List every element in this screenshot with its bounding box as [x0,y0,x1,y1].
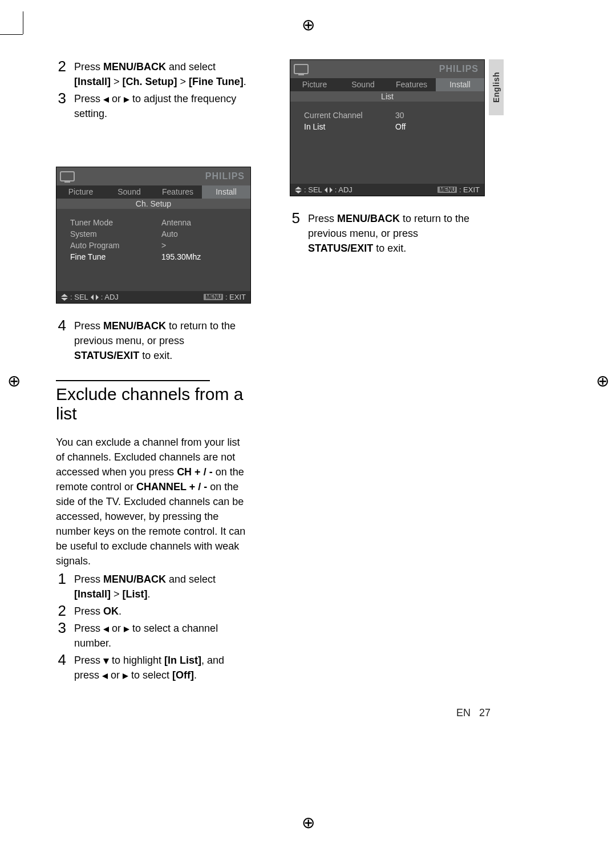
osd-tab-active: Install [436,78,484,91]
triangle-updown-icon [295,187,302,193]
step-item: 4 Press to highlight [In List], and pres… [56,653,250,683]
tv-icon [60,170,76,183]
osd-tab: Picture [56,185,105,199]
osd-header: PHILIPS [56,167,250,185]
triangle-leftright-icon [91,294,99,300]
step-body: Press OK. [74,604,250,619]
triangle-left-icon [103,97,109,103]
osd-row: Tuner ModeAntenna [70,217,250,228]
triangle-right-icon [124,627,129,632]
osd-row-highlight: In ListOff [304,121,484,132]
osd-body: Tuner ModeAntenna SystemAuto Auto Progra… [56,209,250,291]
step-item: 1 Press MENU/BACK and select [Install] >… [56,572,250,601]
step-item: 4 Press MENU/BACK to return to the previ… [56,318,250,363]
osd-subtitle: List [290,91,484,102]
triangle-left-icon [102,673,108,679]
step-number: 4 [56,653,66,683]
osd-row: Current Channel30 [304,110,484,121]
osd-row-highlight: Fine Tune195.30Mhz [70,251,250,263]
step-number: 5 [290,211,300,256]
osd-tab: Picture [290,78,339,91]
svg-marker-18 [330,187,333,193]
step-item: 3 Press or to adjust the frequency setti… [56,91,250,121]
svg-marker-12 [123,673,128,679]
svg-marker-16 [295,191,302,193]
osd-body: Current Channel30 In ListOff [290,102,484,184]
step-body: Press MENU/BACK and select [Install] > [… [74,59,250,89]
svg-rect-13 [294,64,308,74]
osd-tab-active: Install [202,185,250,199]
crop-mark [0,34,23,35]
svg-marker-9 [124,627,129,632]
step-number: 4 [56,318,66,363]
osd-tab: Features [153,185,202,199]
osd-brand-label: PHILIPS [205,171,245,181]
osd-brand-label: PHILIPS [439,64,479,74]
footer-lang: EN [456,707,471,718]
svg-marker-11 [102,673,108,679]
svg-marker-5 [61,298,68,301]
triangle-right-icon [124,97,129,103]
step-list-finetune-return: 4 Press MENU/BACK to return to the previ… [56,318,250,363]
step-number: 1 [56,572,66,601]
osd-footer: : SEL : ADJ MENU : EXIT [290,184,484,196]
registration-mark-icon: ⊕ [300,17,316,33]
osd-tabs: Picture Sound Features Install [56,185,250,199]
osd-screenshot-list: PHILIPS Picture Sound Features Install L… [290,59,485,196]
triangle-right-icon [123,673,128,679]
section-paragraph: You can exclude a channel from your list… [56,435,250,568]
step-list-exclude: 1 Press MENU/BACK and select [Install] >… [56,572,250,683]
osd-screenshot-chsetup: PHILIPS Picture Sound Features Install C… [56,167,251,304]
crop-mark [23,11,23,34]
triangle-left-icon [103,627,109,632]
step-item: 5 Press MENU/BACK to return to the previ… [290,211,484,256]
osd-row: SystemAuto [70,228,250,240]
registration-mark-icon: ⊕ [594,373,610,389]
step-number: 2 [56,604,66,619]
menu-box-icon: MENU [204,294,222,300]
tv-icon [294,63,310,75]
section-heading: Exclude channels from a list [56,385,250,423]
triangle-down-icon [103,659,109,664]
osd-footer: : SEL : ADJ MENU : EXIT [56,291,250,303]
registration-mark-icon: ⊕ [6,373,22,389]
step-body: Press MENU/BACK and select [Install] > [… [74,572,250,601]
step-body: Press or to select a channel number. [74,621,250,651]
page-footer: EN 27 [456,707,491,719]
language-tab: English [489,59,504,115]
menu-box-icon: MENU [437,187,456,193]
osd-tabs: Picture Sound Features Install [290,78,484,91]
step-number: 3 [56,621,66,651]
osd-row: Auto Program> [70,240,250,251]
osd-tab: Features [387,78,436,91]
svg-rect-14 [298,74,304,75]
language-tab-label: English [492,72,501,103]
osd-header: PHILIPS [290,60,484,78]
osd-tab: Sound [339,78,387,91]
svg-marker-17 [325,187,327,193]
step-number: 2 [56,59,66,89]
svg-marker-7 [96,294,99,300]
triangle-leftright-icon [325,187,333,193]
svg-marker-8 [103,627,109,632]
svg-marker-4 [61,294,68,297]
step-item: 2 Press OK. [56,604,250,619]
svg-rect-2 [60,172,74,181]
step-item: 2 Press MENU/BACK and select [Install] >… [56,59,250,89]
osd-subtitle: Ch. Setup [56,199,250,209]
step-list-exclude-return: 5 Press MENU/BACK to return to the previ… [290,211,484,256]
svg-marker-0 [103,97,109,103]
step-body: Press MENU/BACK to return to the previou… [74,318,250,363]
registration-mark-icon: ⊕ [300,815,316,831]
step-list-finetune: 2 Press MENU/BACK and select [Install] >… [56,59,250,121]
step-number: 3 [56,91,66,121]
step-body: Press to highlight [In List], and press … [74,653,250,683]
svg-marker-1 [124,97,129,103]
triangle-updown-icon [61,294,68,301]
svg-marker-6 [91,294,94,300]
step-item: 3 Press or to select a channel number. [56,621,250,651]
svg-marker-15 [295,187,302,189]
svg-rect-3 [64,181,70,183]
step-body: Press MENU/BACK to return to the previou… [308,211,484,256]
osd-tab: Sound [105,185,153,199]
